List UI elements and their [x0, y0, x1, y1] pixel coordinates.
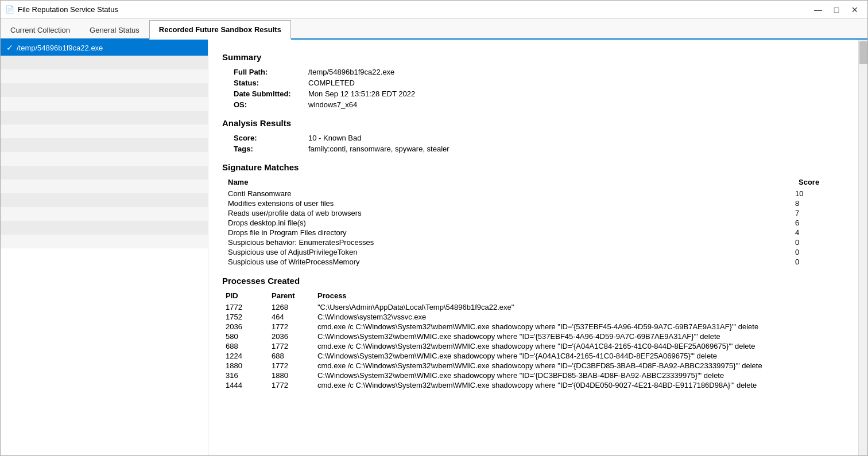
- processes-title: Processes Created: [222, 276, 844, 286]
- check-icon: ✓: [6, 43, 13, 52]
- proc-process: cmd.exe /c C:\Windows\System32\wbem\WMIC…: [317, 381, 841, 389]
- proc-process: "C:\Users\Admin\AppData\Local\Temp\54896…: [317, 303, 841, 311]
- scrollbar-track[interactable]: [858, 40, 867, 455]
- sidebar-item-selected[interactable]: ✓ /temp/54896b1f9ca22.exe: [1, 40, 208, 56]
- tab-current-collection[interactable]: Current Collection: [1, 21, 80, 40]
- summary-section: Summary Full Path: /temp/54896b1f9ca22.e…: [222, 52, 844, 109]
- proc-col-process-header: Process: [317, 291, 844, 300]
- sig-score: 0: [795, 238, 841, 247]
- title-bar: 📄 File Reputation Service Status — □ ✕: [1, 1, 867, 19]
- date-submitted-label: Date Submitted:: [234, 89, 308, 98]
- tags-label: Tags:: [234, 145, 308, 153]
- sig-score: 10: [795, 189, 841, 198]
- signature-section: Signature Matches Name Score Conti Ranso…: [222, 162, 844, 267]
- table-row: 580 2036 C:\Windows\System32\wbem\WMIC.e…: [222, 332, 844, 341]
- full-path-label: Full Path:: [234, 68, 308, 76]
- status-row: Status: COMPLETED: [234, 79, 844, 87]
- tags-value: family:conti, ransomware, spyware, steal…: [308, 145, 450, 153]
- tab-general-status[interactable]: General Status: [80, 21, 149, 40]
- proc-pid: 1444: [226, 381, 272, 389]
- sig-name: Drops file in Program Files directory: [228, 228, 795, 237]
- sig-score: 0: [795, 248, 841, 256]
- proc-pid: 1224: [226, 352, 272, 360]
- sig-name: Suspicious behavior: EnumeratesProcesses: [228, 238, 795, 247]
- table-row: 1224 688 C:\Windows\System32\wbem\WMIC.e…: [222, 351, 844, 361]
- table-row: Suspicious use of AdjustPrivilegeToken 0: [224, 247, 844, 257]
- sig-name: Suspicious use of AdjustPrivilegeToken: [228, 248, 795, 256]
- list-item: [1, 152, 208, 166]
- proc-col-parent-header: Parent: [272, 291, 317, 300]
- proc-parent: 1772: [272, 342, 317, 350]
- os-label: OS:: [234, 100, 308, 109]
- sig-score: 7: [795, 209, 841, 217]
- proc-process: cmd.exe /c C:\Windows\System32\wbem\WMIC…: [317, 342, 841, 350]
- scrollbar-thumb[interactable]: [859, 41, 867, 64]
- minimize-button[interactable]: —: [810, 3, 826, 16]
- proc-parent: 2036: [272, 332, 317, 341]
- list-item: [1, 69, 208, 83]
- proc-process: C:\Windows\system32\vssvc.exe: [317, 313, 841, 321]
- status-value: COMPLETED: [308, 79, 355, 87]
- table-row: 1772 1268 "C:\Users\Admin\AppData\Local\…: [222, 302, 844, 312]
- sig-rows: Conti Ransomware 10 Modifies extensions …: [224, 189, 844, 267]
- sig-score: 0: [795, 258, 841, 266]
- table-row: 2036 1772 cmd.exe /c C:\Windows\System32…: [222, 322, 844, 332]
- sig-score: 8: [795, 199, 841, 208]
- analysis-title: Analysis Results: [222, 118, 844, 128]
- sig-col-name-header: Name: [228, 178, 799, 186]
- proc-header: PID Parent Process: [222, 291, 844, 300]
- proc-process: C:\Windows\System32\wbem\WMIC.exe shadow…: [317, 352, 841, 360]
- table-row: 1444 1772 cmd.exe /c C:\Windows\System32…: [222, 380, 844, 390]
- table-row: Conti Ransomware 10: [224, 189, 844, 198]
- sig-header: Name Score: [224, 178, 844, 186]
- sig-name: Suspicious use of WriteProcessMemory: [228, 258, 795, 266]
- maximize-button[interactable]: □: [828, 3, 844, 16]
- sig-name: Modifies extensions of user files: [228, 199, 795, 208]
- tab-sandbox-results[interactable]: Recorded Future Sandbox Results: [149, 20, 291, 40]
- list-item: [1, 124, 208, 138]
- close-button[interactable]: ✕: [847, 3, 863, 16]
- sig-score: 6: [795, 219, 841, 227]
- window-controls: — □ ✕: [810, 3, 863, 16]
- table-row: 1752 464 C:\Windows\system32\vssvc.exe: [222, 312, 844, 322]
- list-item: [1, 207, 208, 221]
- table-row: 688 1772 cmd.exe /c C:\Windows\System32\…: [222, 341, 844, 351]
- proc-pid: 316: [226, 371, 272, 380]
- list-item: [1, 235, 208, 248]
- sig-col-score-header: Score: [799, 178, 844, 186]
- summary-title: Summary: [222, 52, 844, 62]
- score-value: 10 - Known Bad: [308, 134, 362, 142]
- list-item: [1, 193, 208, 207]
- sig-name: Drops desktop.ini file(s): [228, 219, 795, 227]
- sig-score: 4: [795, 228, 841, 237]
- list-item: [1, 180, 208, 193]
- main-window: 📄 File Reputation Service Status — □ ✕ C…: [0, 0, 868, 456]
- proc-pid: 1752: [226, 313, 272, 321]
- os-row: OS: windows7_x64: [234, 100, 844, 109]
- proc-parent: 1772: [272, 381, 317, 389]
- window-title: File Reputation Service Status: [18, 5, 118, 14]
- signature-table: Name Score Conti Ransomware 10 Modifies …: [222, 178, 844, 267]
- date-submitted-row: Date Submitted: Mon Sep 12 13:51:28 EDT …: [234, 89, 844, 98]
- detail-panel: Summary Full Path: /temp/54896b1f9ca22.e…: [208, 40, 858, 455]
- proc-process: cmd.exe /c C:\Windows\System32\wbem\WMIC…: [317, 322, 841, 331]
- table-row: Drops file in Program Files directory 4: [224, 228, 844, 237]
- tab-bar: Current Collection General Status Record…: [1, 19, 867, 40]
- summary-table: Full Path: /temp/54896b1f9ca22.exe Statu…: [222, 68, 844, 109]
- full-path-row: Full Path: /temp/54896b1f9ca22.exe: [234, 68, 844, 76]
- score-row: Score: 10 - Known Bad: [234, 134, 844, 142]
- proc-pid: 688: [226, 342, 272, 350]
- sig-name: Reads user/profile data of web browsers: [228, 209, 795, 217]
- proc-pid: 580: [226, 332, 272, 341]
- table-row: Modifies extensions of user files 8: [224, 198, 844, 208]
- proc-col-pid-header: PID: [226, 291, 272, 300]
- analysis-table: Score: 10 - Known Bad Tags: family:conti…: [222, 134, 844, 153]
- tags-row: Tags: family:conti, ransomware, spyware,…: [234, 145, 844, 153]
- proc-parent: 1772: [272, 322, 317, 331]
- processes-section: Processes Created PID Parent Process 177…: [222, 276, 844, 390]
- list-item: [1, 166, 208, 180]
- proc-parent: 464: [272, 313, 317, 321]
- processes-table: PID Parent Process 1772 1268 "C:\Users\A…: [222, 291, 844, 390]
- sig-name: Conti Ransomware: [228, 189, 795, 198]
- table-row: Drops desktop.ini file(s) 6: [224, 218, 844, 228]
